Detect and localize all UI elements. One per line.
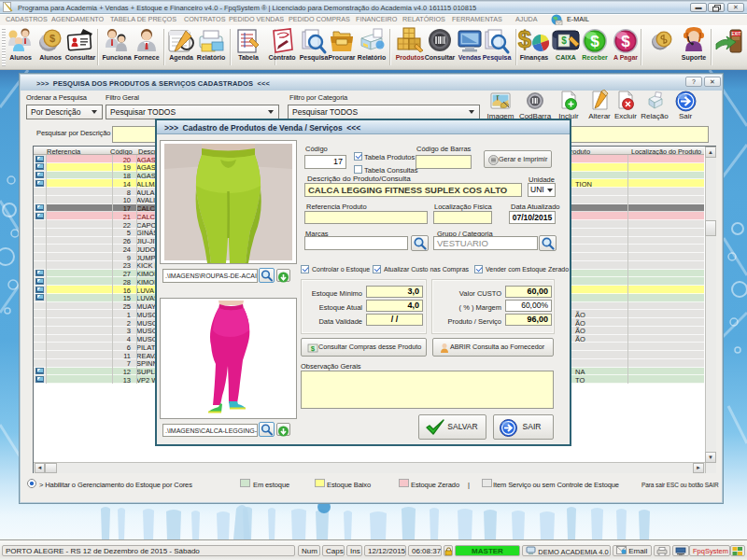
svg-text:$: $ xyxy=(590,33,599,50)
svg-text:$: $ xyxy=(621,33,630,50)
svg-text:$: $ xyxy=(518,27,532,53)
svg-text:$: $ xyxy=(49,33,55,44)
svg-text:$: $ xyxy=(561,35,567,46)
svg-text:EXIT: EXIT xyxy=(731,32,740,36)
svg-text:$: $ xyxy=(311,344,316,353)
